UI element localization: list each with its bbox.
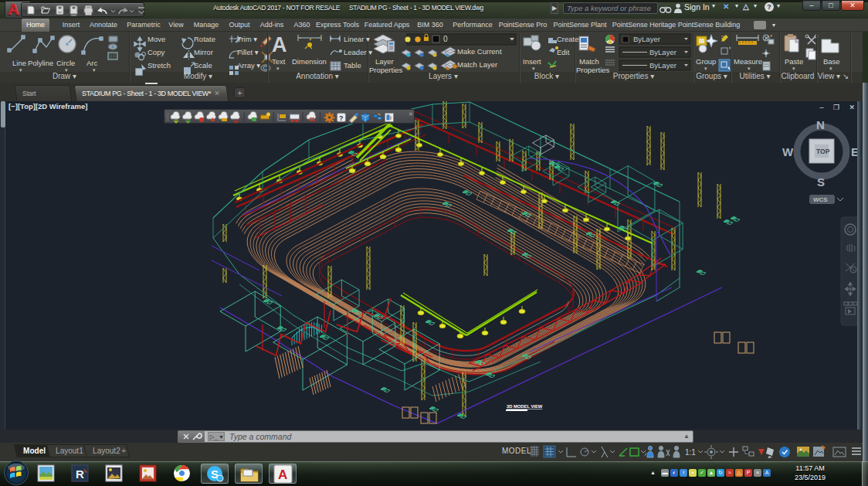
svg-text:TOP: TOP: [816, 148, 830, 155]
svg-text:A: A: [278, 467, 287, 482]
svg-text:W: W: [782, 145, 794, 158]
svg-text:0: 0: [443, 35, 448, 43]
svg-text:ByLayer: ByLayer: [649, 48, 676, 56]
svg-text:ByLayer: ByLayer: [633, 35, 660, 43]
svg-text:3D MODEL VIEW: 3D MODEL VIEW: [507, 404, 543, 409]
svg-text:1:1: 1:1: [685, 448, 696, 457]
svg-text:?: ?: [339, 114, 344, 122]
svg-text:N: N: [816, 118, 825, 131]
svg-text:R: R: [76, 467, 84, 481]
svg-text:i: i: [390, 114, 392, 121]
svg-text:S: S: [817, 175, 825, 189]
svg-text:WCS: WCS: [813, 196, 828, 203]
svg-text:✕: ✕: [409, 111, 413, 117]
svg-text:ByLayer: ByLayer: [649, 61, 676, 70]
svg-text:A: A: [272, 33, 287, 56]
